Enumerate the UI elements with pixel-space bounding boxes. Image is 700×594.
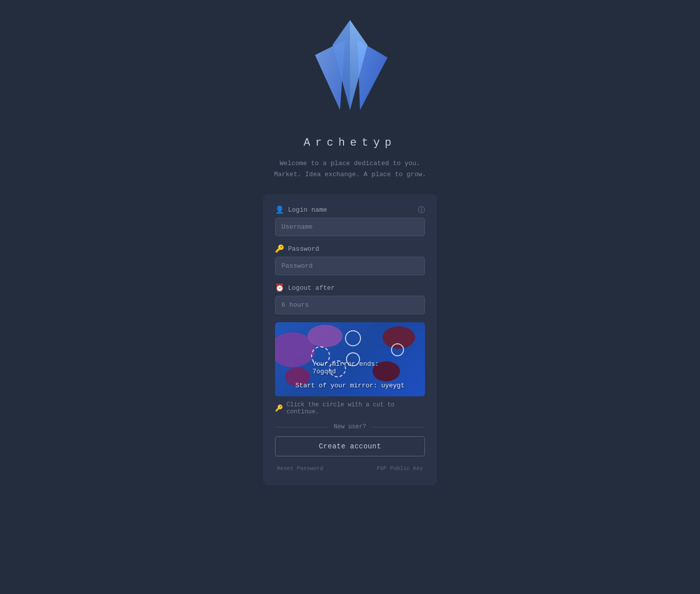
clock-icon: ⏰ xyxy=(275,283,284,293)
captcha-mirror-start-text: Start of your mirror: uyeygt xyxy=(296,382,404,389)
divider-left xyxy=(275,427,329,427)
logout-after-input[interactable] xyxy=(275,296,425,314)
blob-purple-top xyxy=(308,325,342,347)
divider-right xyxy=(371,427,425,427)
password-label-left: 🔑 Password xyxy=(275,244,319,254)
subtitle-line2: Market. Idea exchange. A place to grow. xyxy=(274,169,426,180)
captcha-mirror-end-text: Your mirror ends: 7ogqqd xyxy=(312,360,388,375)
login-name-label-left: 👤 Login name xyxy=(275,205,327,215)
logout-after-label-row: ⏰ Logout after xyxy=(275,283,425,293)
form-card: 👤 Login name ⓘ 🔑 Password ⏰ Lo xyxy=(263,194,437,485)
password-label-row: 🔑 Password xyxy=(275,244,425,254)
logo-svg xyxy=(310,15,390,125)
logo-container xyxy=(310,15,390,128)
footer-links: Reset Password PGP Public Key xyxy=(275,465,425,471)
captcha-instruction-text: Click the circle with a cut to continue. xyxy=(286,401,425,415)
divider-row: New user? xyxy=(275,423,425,430)
captcha-instruction: 🔑 Click the circle with a cut to continu… xyxy=(275,401,425,415)
pgp-public-key-link[interactable]: PGP Public Key xyxy=(377,465,423,471)
page-wrapper: Archetyp Welcome to a place dedicated to… xyxy=(0,0,700,485)
captcha-circle-5[interactable] xyxy=(391,343,404,356)
subtitle: Welcome to a place dedicated to you. Mar… xyxy=(274,158,426,180)
logout-after-label-left: ⏰ Logout after xyxy=(275,283,335,293)
subtitle-line1: Welcome to a place dedicated to you. xyxy=(274,158,426,169)
key-icon: 🔑 xyxy=(275,244,284,254)
info-icon[interactable]: ⓘ xyxy=(418,206,425,215)
password-label: Password xyxy=(288,245,319,253)
username-input[interactable] xyxy=(275,218,425,236)
login-name-group: 👤 Login name ⓘ xyxy=(275,205,425,236)
captcha-circle-1[interactable] xyxy=(345,330,361,346)
login-name-label: Login name xyxy=(288,206,327,214)
create-account-button[interactable]: Create account xyxy=(275,436,425,456)
login-name-label-row: 👤 Login name ⓘ xyxy=(275,205,425,215)
logout-after-label: Logout after xyxy=(288,284,335,292)
logout-after-group: ⏰ Logout after xyxy=(275,283,425,314)
captcha-area[interactable]: Your mirror ends: 7ogqqd Start of your m… xyxy=(275,322,425,396)
app-title: Archetyp xyxy=(304,137,396,149)
password-group: 🔑 Password xyxy=(275,244,425,275)
reset-password-link[interactable]: Reset Password xyxy=(277,465,323,471)
user-icon: 👤 xyxy=(275,205,284,215)
new-user-label: New user? xyxy=(334,423,366,430)
shield-icon: 🔑 xyxy=(275,404,283,412)
password-input[interactable] xyxy=(275,257,425,275)
